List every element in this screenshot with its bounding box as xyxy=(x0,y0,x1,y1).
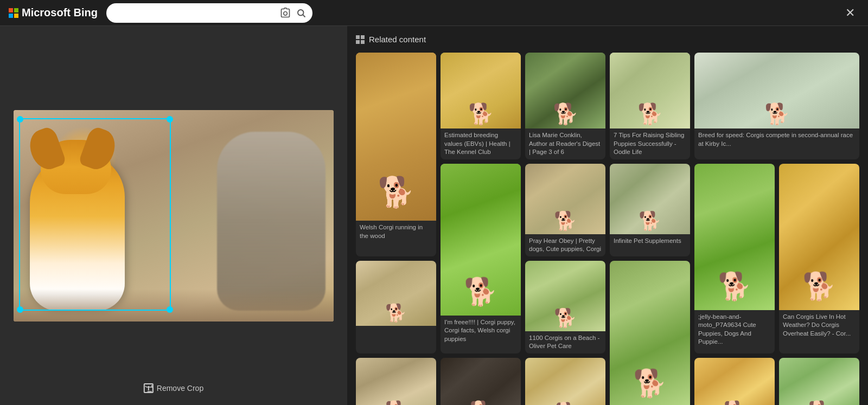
image-container xyxy=(14,110,334,322)
svg-point-0 xyxy=(284,11,288,15)
image-grid: 🐕 Welsh Corgi running in the wood 🐕 Esti… xyxy=(356,53,859,405)
search-input[interactable] xyxy=(113,8,280,17)
caption-8: 1100 Corgis on a Beach - Oliver Pet Care xyxy=(525,331,605,353)
thumb-18: 🐕 xyxy=(779,358,859,405)
bing-logo-squares xyxy=(9,8,18,18)
thumb-8: 🐕 xyxy=(525,261,605,331)
grid-item-11[interactable]: 🐕 Amazon.com: Naviocean 2Pcs Infrared Re… xyxy=(525,358,605,405)
thumb-9: 🐕 xyxy=(610,164,690,234)
logo-sq4 xyxy=(14,14,18,18)
remove-crop-label: Remove Crop xyxy=(157,384,203,393)
main-image xyxy=(14,110,334,322)
grid-cell xyxy=(356,35,360,39)
grid-item-17[interactable]: 🐕 xyxy=(694,358,775,405)
search-bar[interactable] xyxy=(106,3,312,23)
main-layout: Remove Crop Related content 🐕 Welsh Corg… xyxy=(0,26,868,405)
grid-cell xyxy=(361,35,365,39)
thumb-2: 🐕 xyxy=(441,53,521,128)
grid-item-3[interactable]: 🐕 Lisa Marie Conklin, Author at Reader's… xyxy=(525,53,605,159)
thumb-4: 🐕 xyxy=(610,53,690,128)
grid-cell xyxy=(356,40,360,44)
grid-cell xyxy=(361,40,365,44)
grid-item-18[interactable]: 🐕 xyxy=(779,358,859,405)
svg-point-1 xyxy=(298,10,304,16)
bing-logo-text: Microsoft Bing xyxy=(22,7,98,19)
logo-sq2 xyxy=(14,8,18,12)
thumb-3: 🐕 xyxy=(525,53,605,128)
thumb-5: 🐕 xyxy=(694,53,859,128)
left-panel: Remove Crop xyxy=(0,26,347,405)
thumb-7: 🐕 xyxy=(525,164,605,234)
header: Microsoft Bing ✕ xyxy=(0,0,868,26)
caption-1: Welsh Corgi running in the wood xyxy=(356,221,436,243)
grid-item-6[interactable]: 🐕 I'm freee!!!! | Corgi puppy, Corgi fac… xyxy=(441,164,521,353)
thumb-1: 🐕 xyxy=(356,53,436,221)
grid-item-4[interactable]: 🐕 7 Tips For Raising Sibling Puppies Suc… xyxy=(610,53,690,159)
grid-item-15[interactable]: 🐕 xyxy=(356,358,436,405)
remove-crop-button[interactable]: Remove Crop xyxy=(137,380,210,396)
close-button[interactable]: ✕ xyxy=(841,5,859,21)
thumb-17: 🐕 xyxy=(694,358,775,405)
thumb-15: 🐕 xyxy=(356,358,436,405)
related-content-title: Related content xyxy=(369,35,426,44)
right-panel[interactable]: Related content 🐕 Welsh Corgi running in… xyxy=(347,26,868,405)
caption-5: Breed for speed: Corgis compete in secon… xyxy=(694,128,859,151)
thumb-6: 🐕 xyxy=(441,164,521,316)
grid-item-14[interactable]: 🐕 xyxy=(356,261,436,353)
camera-icon[interactable] xyxy=(280,8,291,18)
search-icon[interactable] xyxy=(296,8,306,18)
crop-icon xyxy=(144,383,154,393)
thumb-14: 🐕 xyxy=(356,261,436,326)
grid-item-12[interactable]: 🐕 Corgi Puppies 55 | Daniel Stockman | F… xyxy=(610,261,690,405)
grid-item-5[interactable]: 🐕 Breed for speed: Corgis compete in sec… xyxy=(694,53,859,159)
grid-item-1[interactable]: 🐕 Welsh Corgi running in the wood xyxy=(356,53,436,256)
svg-line-2 xyxy=(303,15,305,17)
grid-item-10[interactable]: 🐕 ;jelly-bean-and-moto_P7A9634 Cute Pupp… xyxy=(694,164,775,353)
grid-icon xyxy=(356,35,365,44)
grid-item-13[interactable]: 🐕 Can Corgis Live In Hot Weather? Do Cor… xyxy=(779,164,859,353)
caption-2: Estimated breeding values (EBVs) | Healt… xyxy=(441,128,521,159)
caption-7: Pray Hear Obey | Pretty dogs, Cute puppi… xyxy=(525,234,605,256)
caption-3: Lisa Marie Conklin, Author at Reader's D… xyxy=(525,128,605,159)
grid-item-8[interactable]: 🐕 1100 Corgis on a Beach - Oliver Pet Ca… xyxy=(525,261,605,353)
thumb-16: 🐕 xyxy=(441,358,521,405)
caption-4: 7 Tips For Raising Sibling Puppies Succe… xyxy=(610,128,690,159)
grid-item-16[interactable]: 🐕 xyxy=(441,358,521,405)
grid-item-7[interactable]: 🐕 Pray Hear Obey | Pretty dogs, Cute pup… xyxy=(525,164,605,256)
search-bar-icons xyxy=(280,8,306,18)
bing-logo: Microsoft Bing xyxy=(9,7,98,19)
thumb-11: 🐕 xyxy=(525,358,605,405)
caption-9: Infinite Pet Supplements xyxy=(610,234,690,248)
grid-item-9[interactable]: 🐕 Infinite Pet Supplements xyxy=(610,164,690,256)
related-content-header: Related content xyxy=(356,35,859,44)
logo-sq3 xyxy=(9,14,13,18)
caption-6: I'm freee!!!! | Corgi puppy, Corgi facts… xyxy=(441,316,521,346)
grid-item-2[interactable]: 🐕 Estimated breeding values (EBVs) | Hea… xyxy=(441,53,521,159)
logo-sq1 xyxy=(9,8,13,12)
caption-10: ;jelly-bean-and-moto_P7A9634 Cute Puppie… xyxy=(694,310,775,349)
thumb-13: 🐕 xyxy=(779,164,859,310)
thumb-12: 🐕 xyxy=(610,261,690,405)
caption-13: Can Corgis Live In Hot Weather? Do Corgi… xyxy=(779,310,859,341)
thumb-10: 🐕 xyxy=(694,164,775,310)
